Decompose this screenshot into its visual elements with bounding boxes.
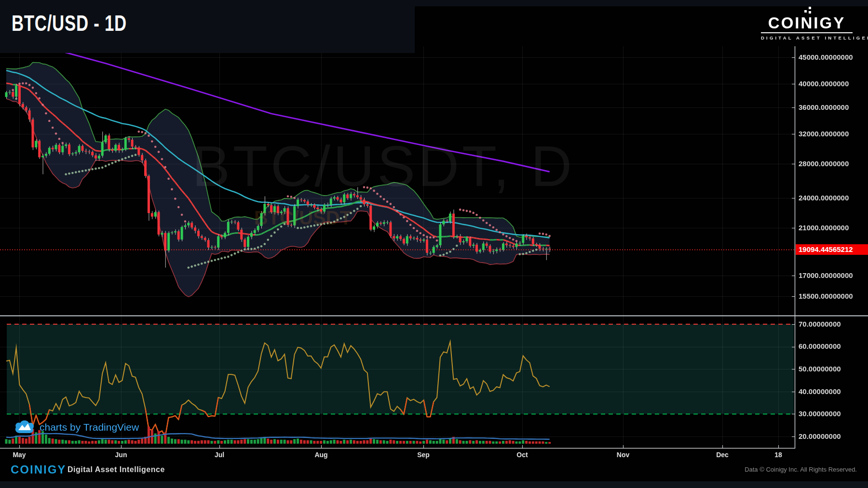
- tradingview-attribution-text: charts by TradingView: [40, 422, 139, 433]
- coinigy-logo-tagline: DIGITAL ASSET INTELLIGENCE: [761, 35, 853, 40]
- price-axis-label: 36000.0000000: [799, 103, 849, 112]
- coinigy-logo-text: COINIGY: [768, 14, 845, 32]
- rsi-axis-label: 60.00000000: [799, 342, 841, 351]
- rsi-axis-label: 20.00000000: [799, 432, 841, 441]
- rsi-axis-label: 50.00000000: [799, 365, 841, 373]
- rsi-axis-label: 30.00000000: [799, 409, 841, 418]
- tradingview-cloud-icon: [14, 420, 35, 435]
- price-axis-label: 21000.0000000: [799, 224, 849, 232]
- time-axis-label: Jun: [108, 451, 135, 459]
- footer-tagline: Digital Asset Intelligence: [68, 465, 165, 474]
- chart-watermark-secondary: BTC/USDT: [254, 207, 352, 229]
- chart-canvas[interactable]: [0, 0, 868, 488]
- logo-divider: [761, 32, 853, 33]
- price-axis-label: 32000.0000000: [799, 130, 849, 138]
- page-title: BTC/USD - 1D: [12, 10, 127, 36]
- tradingview-attribution[interactable]: charts by TradingView: [14, 420, 139, 435]
- time-axis-label: Sep: [410, 451, 437, 459]
- coinigy-logo: COINIGY DIGITAL ASSET INTELLIGENCE: [761, 7, 853, 40]
- coinigy-chart-window: BTC/USD - 1D COINIGY DIGITAL ASSET INTEL…: [0, 0, 868, 488]
- chart-watermark-symbol: BTC/USDT, D: [192, 133, 575, 199]
- time-axis-label: Jul: [206, 451, 233, 459]
- price-axis-label: 45000.00000000: [799, 53, 853, 62]
- time-axis-label: Dec: [709, 451, 736, 459]
- time-axis-label: May: [6, 451, 33, 459]
- time-axis-label: 18: [765, 451, 792, 459]
- price-axis-label: 17000.00000000: [799, 271, 853, 280]
- price-axis-label: 40000.0000000: [799, 79, 849, 88]
- time-axis-label: Aug: [308, 451, 335, 459]
- coinigy-logo-icon: [761, 7, 853, 14]
- price-axis-label: 28000.0000000: [799, 159, 849, 168]
- footer-coinigy-logo: COINIGY: [11, 463, 66, 476]
- bottom-strip: [0, 481, 868, 488]
- rsi-axis-label: 40.00000000: [799, 387, 841, 396]
- last-price-tag: 19094.44565212: [796, 244, 868, 255]
- rsi-axis-label: 70.00000000: [799, 320, 841, 329]
- price-axis-label: 15500.00000000: [799, 292, 853, 301]
- price-axis-label: 24000.0000000: [799, 194, 849, 202]
- time-axis-label: Nov: [610, 451, 637, 459]
- time-axis-label: Oct: [509, 451, 536, 459]
- footer-copyright: Data © Coinigy Inc. All Rights Reserved.: [745, 466, 857, 473]
